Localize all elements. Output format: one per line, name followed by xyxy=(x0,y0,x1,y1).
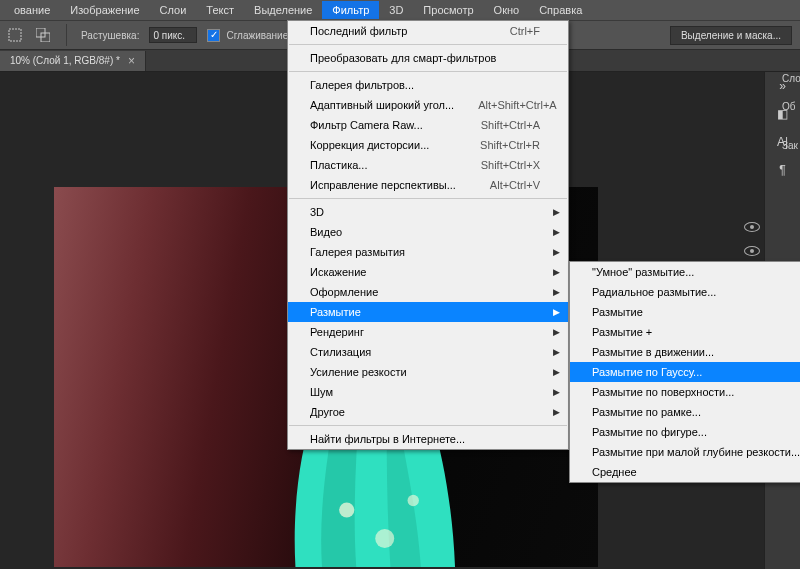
menu-item-pixelate[interactable]: Оформление▶ xyxy=(288,282,568,302)
menu-item-filter-gallery[interactable]: Галерея фильтров... xyxy=(288,75,568,95)
menu-text[interactable]: Текст xyxy=(196,1,244,19)
menu-item-average[interactable]: Среднее xyxy=(570,462,800,482)
menu-item-vanishing-point[interactable]: Исправление перспективы...Alt+Ctrl+V xyxy=(288,175,568,195)
menu-item-render[interactable]: Рендеринг▶ xyxy=(288,322,568,342)
menu-bar: ование Изображение Слои Текст Выделение … xyxy=(0,0,800,20)
svg-rect-0 xyxy=(9,29,21,41)
menu-view[interactable]: Просмотр xyxy=(413,1,483,19)
menu-item-browse-filters-online[interactable]: Найти фильтры в Интернете... xyxy=(288,429,568,449)
select-and-mask-button[interactable]: Выделение и маска... xyxy=(670,26,792,45)
filter-dropdown-menu: Последний фильтрCtrl+F Преобразовать для… xyxy=(287,20,569,450)
menu-item-liquify[interactable]: Пластика...Shift+Ctrl+X xyxy=(288,155,568,175)
menu-window[interactable]: Окно xyxy=(484,1,530,19)
menu-item-motion-blur[interactable]: Размытие в движении... xyxy=(570,342,800,362)
layer-visibility-column xyxy=(740,222,764,256)
menu-item-camera-raw[interactable]: Фильтр Camera Raw...Shift+Ctrl+A xyxy=(288,115,568,135)
document-tab[interactable]: 10% (Слой 1, RGB/8#) * × xyxy=(0,51,146,71)
anti-alias-label: Сглаживание xyxy=(226,30,288,41)
add-to-selection-icon[interactable] xyxy=(34,26,52,44)
svg-point-4 xyxy=(375,529,394,548)
menu-item-3d[interactable]: 3D▶ xyxy=(288,202,568,222)
document-tab-title: 10% (Слой 1, RGB/8#) * xyxy=(10,55,120,66)
panel-tab-layers[interactable]: Сло xyxy=(780,70,800,87)
menu-item-other[interactable]: Другое▶ xyxy=(288,402,568,422)
menu-item-radial-blur[interactable]: Радиальное размытие... xyxy=(570,282,800,302)
menu-item-stylize[interactable]: Стилизация▶ xyxy=(288,342,568,362)
panel-tab-adjustments[interactable]: Об xyxy=(780,87,800,126)
blur-submenu: "Умное" размытие... Радиальное размытие.… xyxy=(569,261,800,483)
panel-tab-close[interactable]: Зак xyxy=(780,126,800,165)
menu-item-shape-blur[interactable]: Размытие по фигуре... xyxy=(570,422,800,442)
feather-label: Растушевка: xyxy=(81,30,139,41)
menu-item-sharpen[interactable]: Усиление резкости▶ xyxy=(288,362,568,382)
new-selection-icon[interactable] xyxy=(6,26,24,44)
close-tab-icon[interactable]: × xyxy=(128,54,135,68)
menu-item-blur-more[interactable]: Размытие + xyxy=(570,322,800,342)
menu-item-adaptive-wide-angle[interactable]: Адаптивный широкий угол...Alt+Shift+Ctrl… xyxy=(288,95,568,115)
menu-edit[interactable]: ование xyxy=(4,1,60,19)
menu-item-blur[interactable]: Размытие▶ xyxy=(288,302,568,322)
menu-item-blur-basic[interactable]: Размытие xyxy=(570,302,800,322)
menu-3d[interactable]: 3D xyxy=(379,1,413,19)
menu-item-distort[interactable]: Искажение▶ xyxy=(288,262,568,282)
svg-point-3 xyxy=(339,502,354,517)
menu-item-convert-smart[interactable]: Преобразовать для смарт-фильтров xyxy=(288,48,568,68)
menu-item-gaussian-blur[interactable]: Размытие по Гауссу... xyxy=(570,362,800,382)
menu-item-blur-gallery[interactable]: Галерея размытия▶ xyxy=(288,242,568,262)
menu-item-noise[interactable]: Шум▶ xyxy=(288,382,568,402)
menu-layers[interactable]: Слои xyxy=(150,1,197,19)
menu-item-lens-correction[interactable]: Коррекция дисторсии...Shift+Ctrl+R xyxy=(288,135,568,155)
feather-input[interactable] xyxy=(149,27,197,43)
menu-item-smart-blur[interactable]: "Умное" размытие... xyxy=(570,262,800,282)
menu-item-surface-blur[interactable]: Размытие по поверхности... xyxy=(570,382,800,402)
menu-item-last-filter[interactable]: Последний фильтрCtrl+F xyxy=(288,21,568,41)
menu-item-box-blur[interactable]: Размытие по рамке... xyxy=(570,402,800,422)
menu-help[interactable]: Справка xyxy=(529,1,592,19)
layer-visibility-icon[interactable] xyxy=(744,222,760,232)
menu-item-video[interactable]: Видео▶ xyxy=(288,222,568,242)
menu-filter[interactable]: Фильтр xyxy=(322,1,379,19)
layer-visibility-icon[interactable] xyxy=(744,246,760,256)
anti-alias-checkbox[interactable]: ✓ Сглаживание xyxy=(207,29,288,42)
svg-point-5 xyxy=(407,495,418,506)
menu-image[interactable]: Изображение xyxy=(60,1,149,19)
menu-item-lens-blur[interactable]: Размытие при малой глубине резкости... xyxy=(570,442,800,462)
menu-select[interactable]: Выделение xyxy=(244,1,322,19)
